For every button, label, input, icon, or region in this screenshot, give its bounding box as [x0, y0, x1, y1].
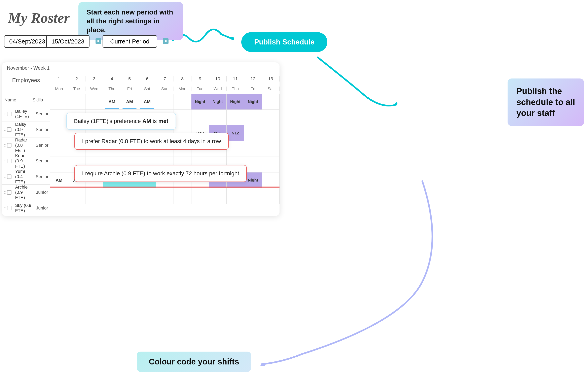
- row-checkbox[interactable]: [7, 127, 11, 132]
- cal-cell[interactable]: [50, 188, 68, 204]
- row-checkbox[interactable]: [7, 206, 11, 210]
- cal-cell[interactable]: Night: [244, 94, 262, 109]
- day-name-tue1: Tue: [68, 87, 86, 91]
- row-checkbox[interactable]: [7, 190, 11, 194]
- cal-cell[interactable]: N12: [227, 125, 244, 141]
- row-checkbox[interactable]: [7, 174, 11, 179]
- day-num-7: 7: [156, 76, 174, 81]
- cal-cell[interactable]: [121, 188, 138, 204]
- prev-period-button[interactable]: ■: [95, 38, 101, 44]
- cal-cell[interactable]: [262, 188, 279, 204]
- cal-cell[interactable]: [103, 188, 121, 204]
- cal-cell[interactable]: [244, 157, 262, 172]
- cal-cell[interactable]: [156, 188, 174, 204]
- day-name-wed2: Wed: [209, 87, 227, 91]
- employee-name: Bailey (1FTE): [13, 109, 34, 119]
- calendar-row-bailey: AM AM AM Night Night Night Night: [50, 94, 279, 110]
- cal-cell[interactable]: [262, 141, 279, 157]
- cal-cell[interactable]: [174, 94, 191, 109]
- cal-cell[interactable]: [50, 157, 68, 172]
- cal-cell[interactable]: [174, 188, 191, 204]
- cal-cell[interactable]: [244, 141, 262, 157]
- day-num-5: 5: [121, 76, 138, 81]
- cal-cell-am[interactable]: AM: [138, 94, 156, 109]
- row-handle[interactable]: ::: [2, 206, 13, 210]
- cal-cell[interactable]: [138, 188, 156, 204]
- cal-cell[interactable]: [191, 188, 209, 204]
- date-start-input[interactable]: 04/Sept/2023: [4, 35, 50, 48]
- cal-cell[interactable]: [50, 110, 68, 125]
- cal-cell-am[interactable]: AM: [50, 172, 68, 188]
- cal-cell[interactable]: [244, 125, 262, 141]
- cal-cell[interactable]: [68, 94, 86, 109]
- cal-cell[interactable]: [262, 94, 279, 109]
- drag-handle-icon: ::: [4, 127, 5, 132]
- cal-cell[interactable]: [244, 110, 262, 125]
- employee-name: Sky (0.9 FTE): [13, 203, 34, 213]
- row-handle[interactable]: ::: [2, 143, 13, 147]
- cal-cell[interactable]: [227, 141, 244, 157]
- cal-cell[interactable]: [191, 110, 209, 125]
- row-handle[interactable]: ::: [2, 159, 13, 163]
- list-item: :: Sky (0.9 FTE) Junior: [2, 200, 50, 216]
- cal-cell[interactable]: Night: [244, 172, 262, 188]
- employee-skill: Senior: [34, 174, 50, 179]
- cal-cell[interactable]: [227, 188, 244, 204]
- row-handle[interactable]: ::: [2, 174, 13, 179]
- cal-cell-am[interactable]: AM: [103, 94, 121, 109]
- cal-cell[interactable]: [227, 110, 244, 125]
- row-checkbox[interactable]: [7, 143, 11, 147]
- row-handle[interactable]: ::: [2, 112, 13, 116]
- day-num-10: 10: [209, 76, 227, 81]
- cal-cell[interactable]: Night: [209, 94, 227, 109]
- archie-requirement-tooltip: I require Archie (0.9 FTE) to work exact…: [74, 165, 247, 182]
- row-checkbox[interactable]: [7, 112, 11, 116]
- drag-handle-icon: ::: [4, 159, 5, 163]
- cal-cell[interactable]: [50, 125, 68, 141]
- cal-cell[interactable]: [209, 188, 227, 204]
- cal-cell[interactable]: Night: [227, 94, 244, 109]
- publish-schedule-button[interactable]: Publish Schedule: [241, 32, 327, 52]
- cal-cell[interactable]: [156, 94, 174, 109]
- cal-cell[interactable]: [50, 94, 68, 109]
- cal-cell[interactable]: [86, 94, 103, 109]
- employee-skill: Junior: [34, 205, 50, 211]
- day-name-fri1: Fri: [121, 87, 138, 91]
- day-name-mon2: Mon: [174, 87, 191, 91]
- row-handle[interactable]: ::: [2, 127, 13, 132]
- cal-cell[interactable]: [262, 172, 279, 188]
- cal-cell[interactable]: [50, 141, 68, 157]
- day-num-1: 1: [50, 76, 68, 81]
- cal-cell[interactable]: [209, 110, 227, 125]
- day-num-8: 8: [174, 76, 191, 81]
- top-callout: Start each new period with all the right…: [78, 2, 183, 40]
- cal-cell[interactable]: [174, 110, 191, 125]
- cal-cell[interactable]: [68, 188, 86, 204]
- day-name-tue2: Tue: [191, 87, 209, 91]
- day-name-thu1: Thu: [103, 87, 121, 91]
- cal-cell[interactable]: [262, 157, 279, 172]
- next-period-button[interactable]: ■: [163, 38, 169, 44]
- radar-preference-tooltip: I prefer Radar (0.8 FTE) to work at leas…: [74, 133, 229, 150]
- calendar-row-sky: [50, 188, 279, 204]
- col-skills-header: Skills: [30, 94, 50, 106]
- drag-handle-icon: ::: [4, 190, 5, 194]
- list-item: :: Yumi (0.4 FTE) Senior: [2, 169, 50, 185]
- list-item: :: Radar (0.8 FET) Senior: [2, 137, 50, 153]
- day-name-wed1: Wed: [86, 87, 103, 91]
- day-name-fri2: Fri: [244, 87, 262, 91]
- row-handle[interactable]: ::: [2, 190, 13, 194]
- cal-cell[interactable]: [262, 125, 279, 141]
- date-end-input[interactable]: 15/Oct/2023: [46, 35, 90, 48]
- cal-cell[interactable]: [244, 188, 262, 204]
- cal-cell[interactable]: Night: [191, 94, 209, 109]
- cal-cell-am[interactable]: AM: [121, 94, 138, 109]
- current-period-button[interactable]: Current Period: [103, 35, 157, 48]
- employee-name: Archie (0.9 FTE): [13, 185, 34, 200]
- row-checkbox[interactable]: [7, 159, 11, 163]
- cal-cell[interactable]: [262, 110, 279, 125]
- day-name-sat2: Sat: [262, 87, 279, 91]
- employees-panel-header: Employees: [2, 74, 50, 94]
- bailey-preference-tooltip: Bailey (1FTE)'s preference AM is met: [66, 113, 176, 130]
- cal-cell[interactable]: [86, 188, 103, 204]
